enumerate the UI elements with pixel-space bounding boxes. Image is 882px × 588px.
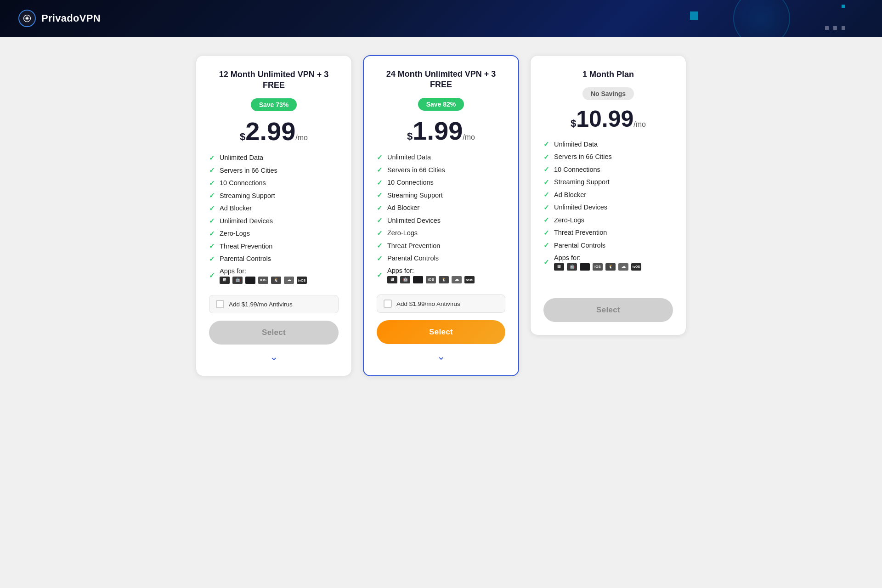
check-icon: ✓ (209, 166, 215, 175)
feature-item-apps: ✓ Apps for: ⊞ 🤖 iOS 🐧 ☁ tvOS (543, 254, 673, 271)
plan-title-1month: 1 Month Plan (543, 69, 673, 80)
check-icon: ✓ (377, 241, 383, 250)
feature-item: ✓Unlimited Data (209, 153, 339, 163)
price-amount-1month: 10.99 (576, 107, 633, 130)
feature-item: ✓Ad Blocker (377, 204, 505, 213)
check-icon: ✓ (543, 241, 549, 250)
check-icon: ✓ (543, 203, 549, 212)
feature-item: ✓Servers in 66 Cities (377, 165, 505, 175)
price-period-1month: /mo (633, 120, 646, 129)
linux-icon: 🐧 (271, 277, 281, 284)
apps-icons-row: ⊞ 🤖 iOS 🐧 ☁ tvOS (554, 263, 641, 271)
check-icon: ✓ (543, 178, 549, 187)
antivirus-placeholder (543, 282, 673, 291)
check-icon: ✓ (209, 204, 215, 213)
antivirus-checkbox-12month[interactable] (216, 300, 224, 308)
ios-icon: iOS (593, 263, 603, 271)
check-icon: ✓ (209, 216, 215, 226)
check-icon: ✓ (209, 153, 215, 163)
antivirus-row-24month[interactable]: Add $1.99/mo Antivirus (377, 294, 505, 313)
apps-icons-row: ⊞ 🤖 iOS 🐧 ☁ tvOS (220, 277, 307, 284)
feature-item: ✓Servers in 66 Cities (209, 166, 339, 175)
check-icon: ✓ (377, 254, 383, 263)
price-amount-24month: 1.99 (413, 118, 463, 144)
header: PrivadoVPN (0, 0, 882, 37)
feature-item: ✓Ad Blocker (209, 204, 339, 213)
feature-item: ✓Streaming Support (543, 178, 673, 187)
check-icon: ✓ (209, 242, 215, 251)
price-period-24month: /mo (463, 133, 475, 141)
check-icon: ✓ (209, 229, 215, 238)
ios-icon: iOS (258, 277, 268, 284)
check-icon: ✓ (377, 216, 383, 225)
features-list-12month: ✓Unlimited Data ✓Servers in 66 Cities ✓1… (209, 153, 339, 284)
feature-item: ✓Unlimited Devices (209, 216, 339, 226)
check-icon: ✓ (543, 153, 549, 162)
check-icon: ✓ (543, 228, 549, 237)
feature-item-apps: ✓ Apps for: ⊞ 🤖 iOS 🐧 ☁ tvOS (377, 266, 505, 283)
antivirus-label-12month: Add $1.99/mo Antivirus (229, 301, 293, 308)
check-icon: ✓ (377, 271, 383, 280)
antivirus-row-12month[interactable]: Add $1.99/mo Antivirus (209, 295, 339, 313)
cloud-icon: ☁ (284, 277, 294, 284)
apple-icon (580, 263, 590, 271)
cloud-icon: ☁ (618, 263, 628, 271)
linux-icon: 🐧 (439, 276, 449, 283)
check-icon: ✓ (377, 191, 383, 200)
price-24month: $ 1.99 /mo (377, 118, 505, 144)
price-1month: $ 10.99 /mo (543, 107, 673, 130)
apple-icon (413, 276, 423, 283)
plan-card-1month: 1 Month Plan No Savings $ 10.99 /mo ✓Unl… (530, 55, 686, 335)
feature-item-apps: ✓ Apps for: ⊞ 🤖 iOS 🐧 ☁ tvOS (209, 267, 339, 284)
feature-item: ✓Threat Prevention (543, 228, 673, 237)
linux-icon: 🐧 (605, 263, 616, 271)
chevron-down-icon-12month: ⌄ (209, 345, 339, 363)
check-icon: ✓ (377, 153, 383, 162)
logo-icon (18, 10, 36, 27)
check-icon: ✓ (209, 254, 215, 264)
feature-item: ✓Servers in 66 Cities (543, 153, 673, 162)
check-icon: ✓ (209, 179, 215, 188)
tvos-icon: tvOS (631, 263, 641, 271)
select-button-24month[interactable]: Select (377, 320, 505, 344)
savings-badge-1month: No Savings (582, 87, 634, 100)
check-icon: ✓ (543, 258, 549, 267)
badge-container-1month: No Savings (543, 87, 673, 107)
check-icon: ✓ (543, 215, 549, 225)
check-icon: ✓ (377, 178, 383, 187)
feature-item: ✓10 Connections (377, 178, 505, 187)
feature-item: ✓Streaming Support (377, 191, 505, 200)
feature-item: ✓10 Connections (543, 165, 673, 174)
check-icon: ✓ (377, 165, 383, 175)
feature-item: ✓Unlimited Data (543, 140, 673, 149)
apple-icon (245, 277, 255, 284)
price-dollar-12month: $ (240, 132, 245, 142)
brand-name: PrivadoVPN (41, 12, 101, 24)
svg-point-2 (26, 17, 28, 19)
header-dots (825, 26, 845, 30)
price-period-12month: /mo (295, 134, 308, 142)
check-icon: ✓ (209, 271, 215, 280)
select-button-1month[interactable]: Select (543, 298, 673, 322)
feature-item: ✓Zero-Logs (543, 215, 673, 225)
feature-item: ✓Parental Controls (209, 254, 339, 264)
features-list-24month: ✓Unlimited Data ✓Servers in 66 Cities ✓1… (377, 153, 505, 283)
cloud-icon: ☁ (452, 276, 462, 283)
antivirus-label-24month: Add $1.99/mo Antivirus (396, 300, 460, 307)
feature-item: ✓Ad Blocker (543, 190, 673, 199)
badge-container-12month: Save 73% (209, 98, 339, 119)
feature-item: ✓Unlimited Devices (543, 203, 673, 212)
features-list-1month: ✓Unlimited Data ✓Servers in 66 Cities ✓1… (543, 140, 673, 270)
android-icon: 🤖 (232, 277, 243, 284)
plan-card-12month: 12 Month Unlimited VPN + 3 FREE Save 73%… (196, 55, 352, 376)
antivirus-checkbox-24month[interactable] (384, 300, 392, 308)
select-button-12month[interactable]: Select (209, 321, 339, 345)
android-icon: 🤖 (567, 263, 577, 271)
ios-icon: iOS (426, 276, 436, 283)
header-decoration (690, 11, 698, 20)
plan-card-24month: 24 Month Unlimited VPN + 3 FREE Save 82%… (363, 55, 519, 376)
tvos-icon: tvOS (464, 276, 475, 283)
pricing-section: 12 Month Unlimited VPN + 3 FREE Save 73%… (0, 37, 882, 404)
android-icon: 🤖 (400, 276, 410, 283)
check-icon: ✓ (543, 165, 549, 174)
